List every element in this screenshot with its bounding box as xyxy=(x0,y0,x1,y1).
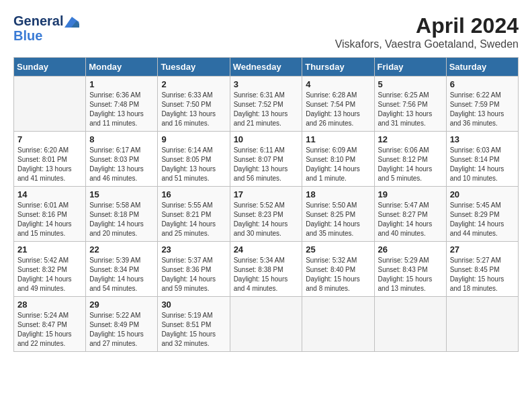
sunset: Sunset: 8:34 PM xyxy=(89,265,154,275)
daylight: Daylight: 14 hours and 49 minutes. xyxy=(17,275,82,293)
day-info: Sunrise: 5:29 AM Sunset: 8:43 PM Dayligh… xyxy=(378,256,443,293)
sunset: Sunset: 8:43 PM xyxy=(378,265,443,275)
sunrise: Sunrise: 5:29 AM xyxy=(378,256,443,265)
col-monday: Monday xyxy=(86,58,158,77)
day-number: 18 xyxy=(306,189,370,199)
sunrise: Sunrise: 6:36 AM xyxy=(89,91,154,100)
day-info: Sunrise: 5:32 AM Sunset: 8:40 PM Dayligh… xyxy=(306,256,370,293)
calendar-cell-3-7: 20 Sunrise: 5:45 AM Sunset: 8:29 PM Dayl… xyxy=(446,187,518,242)
daylight: Daylight: 13 hours and 46 minutes. xyxy=(89,165,154,183)
sunset: Sunset: 7:48 PM xyxy=(89,100,154,109)
sunset: Sunset: 8:07 PM xyxy=(234,155,299,165)
calendar-week-1: 1 Sunrise: 6:36 AM Sunset: 7:48 PM Dayli… xyxy=(14,77,519,132)
day-number: 25 xyxy=(306,244,370,255)
sunrise: Sunrise: 6:20 AM xyxy=(17,146,82,155)
day-number: 26 xyxy=(378,244,443,255)
daylight: Daylight: 13 hours and 16 minutes. xyxy=(161,109,226,128)
sunrise: Sunrise: 5:39 AM xyxy=(89,256,154,265)
sunrise: Sunrise: 6:09 AM xyxy=(306,146,370,155)
day-number: 1 xyxy=(89,79,154,89)
day-number: 17 xyxy=(234,189,299,199)
logo-icon xyxy=(64,17,79,28)
sunset: Sunset: 8:45 PM xyxy=(450,265,515,275)
sunset: Sunset: 8:49 PM xyxy=(89,320,154,330)
calendar-cell-2-5: 11 Sunrise: 6:09 AM Sunset: 8:10 PM Dayl… xyxy=(302,132,374,187)
sunset: Sunset: 8:27 PM xyxy=(378,210,443,220)
daylight: Daylight: 15 hours and 13 minutes. xyxy=(378,275,443,293)
day-number: 19 xyxy=(378,189,443,199)
logo-blue: Blue xyxy=(13,28,79,43)
logo: General Blue xyxy=(13,13,79,43)
day-number: 11 xyxy=(306,134,370,144)
calendar-cell-5-2: 29 Sunrise: 5:22 AM Sunset: 8:49 PM Dayl… xyxy=(86,297,158,352)
daylight: Daylight: 14 hours and 44 minutes. xyxy=(450,220,515,238)
calendar-week-2: 7 Sunrise: 6:20 AM Sunset: 8:01 PM Dayli… xyxy=(14,132,519,187)
calendar-cell-5-7 xyxy=(446,297,518,352)
calendar-cell-1-3: 2 Sunrise: 6:33 AM Sunset: 7:50 PM Dayli… xyxy=(158,77,230,132)
sunrise: Sunrise: 6:31 AM xyxy=(234,91,299,100)
day-number: 7 xyxy=(17,134,82,144)
daylight: Daylight: 13 hours and 36 minutes. xyxy=(450,109,515,128)
daylight: Daylight: 13 hours and 56 minutes. xyxy=(234,165,299,183)
day-number: 20 xyxy=(450,189,515,199)
day-number: 15 xyxy=(89,189,154,199)
day-number: 9 xyxy=(161,134,226,144)
calendar-week-5: 28 Sunrise: 5:24 AM Sunset: 8:47 PM Dayl… xyxy=(14,297,519,352)
day-number: 6 xyxy=(450,79,515,89)
calendar-cell-1-5: 4 Sunrise: 6:28 AM Sunset: 7:54 PM Dayli… xyxy=(302,77,374,132)
daylight: Daylight: 13 hours and 51 minutes. xyxy=(161,165,226,183)
sunrise: Sunrise: 6:01 AM xyxy=(17,201,82,210)
sunset: Sunset: 8:14 PM xyxy=(450,155,515,165)
month-title: April 2024 xyxy=(335,13,519,38)
day-info: Sunrise: 6:36 AM Sunset: 7:48 PM Dayligh… xyxy=(89,91,154,128)
sunrise: Sunrise: 5:32 AM xyxy=(306,256,370,265)
sunrise: Sunrise: 5:50 AM xyxy=(306,201,370,210)
sunset: Sunset: 8:40 PM xyxy=(306,265,370,275)
sunrise: Sunrise: 6:28 AM xyxy=(306,91,370,100)
daylight: Daylight: 14 hours and 30 minutes. xyxy=(234,220,299,238)
daylight: Daylight: 13 hours and 26 minutes. xyxy=(306,109,370,128)
calendar-cell-3-1: 14 Sunrise: 6:01 AM Sunset: 8:16 PM Dayl… xyxy=(14,187,86,242)
day-info: Sunrise: 6:20 AM Sunset: 8:01 PM Dayligh… xyxy=(17,146,82,183)
day-info: Sunrise: 6:25 AM Sunset: 7:56 PM Dayligh… xyxy=(378,91,443,128)
calendar-cell-2-4: 10 Sunrise: 6:11 AM Sunset: 8:07 PM Dayl… xyxy=(230,132,302,187)
day-info: Sunrise: 5:24 AM Sunset: 8:47 PM Dayligh… xyxy=(17,311,82,349)
day-number: 12 xyxy=(378,134,443,144)
daylight: Daylight: 15 hours and 27 minutes. xyxy=(89,330,154,349)
day-info: Sunrise: 6:11 AM Sunset: 8:07 PM Dayligh… xyxy=(234,146,299,183)
sunrise: Sunrise: 5:34 AM xyxy=(234,256,299,265)
sunset: Sunset: 8:01 PM xyxy=(17,155,82,165)
calendar-cell-4-2: 22 Sunrise: 5:39 AM Sunset: 8:34 PM Dayl… xyxy=(86,242,158,297)
daylight: Daylight: 13 hours and 11 minutes. xyxy=(89,109,154,128)
sunrise: Sunrise: 6:14 AM xyxy=(161,146,226,155)
calendar-cell-5-4 xyxy=(230,297,302,352)
day-info: Sunrise: 5:39 AM Sunset: 8:34 PM Dayligh… xyxy=(89,256,154,293)
calendar-cell-5-3: 30 Sunrise: 5:19 AM Sunset: 8:51 PM Dayl… xyxy=(158,297,230,352)
day-info: Sunrise: 5:27 AM Sunset: 8:45 PM Dayligh… xyxy=(450,256,515,293)
day-info: Sunrise: 5:52 AM Sunset: 8:23 PM Dayligh… xyxy=(234,201,299,238)
calendar-cell-4-1: 21 Sunrise: 5:42 AM Sunset: 8:32 PM Dayl… xyxy=(14,242,86,297)
title-block: April 2024 Viskafors, Vaestra Goetaland,… xyxy=(335,13,519,50)
day-info: Sunrise: 5:58 AM Sunset: 8:18 PM Dayligh… xyxy=(89,201,154,238)
calendar-cell-2-1: 7 Sunrise: 6:20 AM Sunset: 8:01 PM Dayli… xyxy=(14,132,86,187)
location: Viskafors, Vaestra Goetaland, Sweden xyxy=(335,38,519,50)
sunset: Sunset: 8:21 PM xyxy=(161,210,226,220)
sunrise: Sunrise: 6:22 AM xyxy=(450,91,515,100)
sunset: Sunset: 7:50 PM xyxy=(161,100,226,109)
day-number: 5 xyxy=(378,79,443,89)
sunrise: Sunrise: 5:19 AM xyxy=(161,311,226,320)
daylight: Daylight: 13 hours and 41 minutes. xyxy=(17,165,82,183)
day-info: Sunrise: 6:06 AM Sunset: 8:12 PM Dayligh… xyxy=(378,146,443,183)
day-info: Sunrise: 6:22 AM Sunset: 7:59 PM Dayligh… xyxy=(450,91,515,128)
sunrise: Sunrise: 6:33 AM xyxy=(161,91,226,100)
sunset: Sunset: 7:52 PM xyxy=(234,100,299,109)
calendar-cell-5-5 xyxy=(302,297,374,352)
calendar-cell-2-7: 13 Sunrise: 6:03 AM Sunset: 8:14 PM Dayl… xyxy=(446,132,518,187)
calendar-cell-1-4: 3 Sunrise: 6:31 AM Sunset: 7:52 PM Dayli… xyxy=(230,77,302,132)
calendar-cell-4-6: 26 Sunrise: 5:29 AM Sunset: 8:43 PM Dayl… xyxy=(374,242,446,297)
calendar-cell-5-6 xyxy=(374,297,446,352)
day-info: Sunrise: 5:50 AM Sunset: 8:25 PM Dayligh… xyxy=(306,201,370,238)
calendar-cell-2-6: 12 Sunrise: 6:06 AM Sunset: 8:12 PM Dayl… xyxy=(374,132,446,187)
day-info: Sunrise: 5:45 AM Sunset: 8:29 PM Dayligh… xyxy=(450,201,515,238)
calendar-cell-3-2: 15 Sunrise: 5:58 AM Sunset: 8:18 PM Dayl… xyxy=(86,187,158,242)
